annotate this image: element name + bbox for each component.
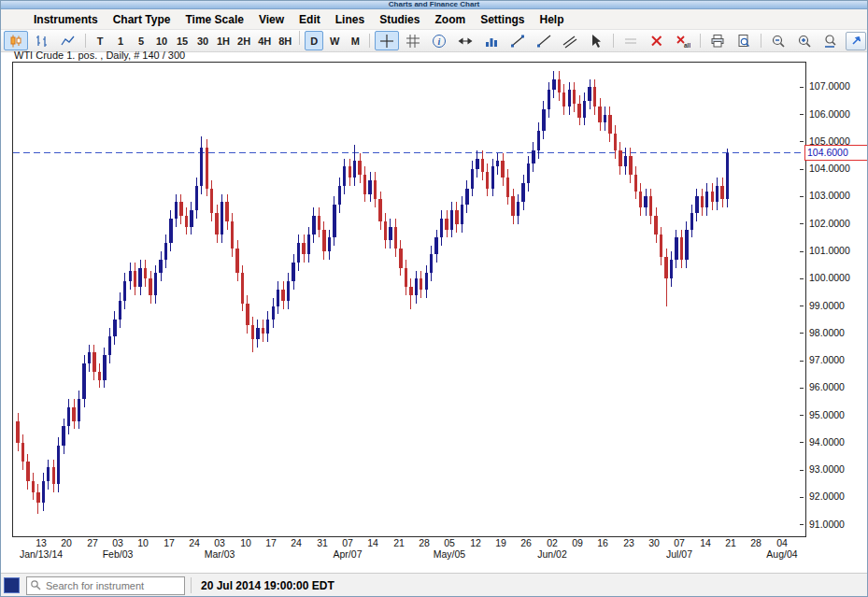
date-tick-label: 07 (669, 537, 690, 548)
info-button[interactable]: i (427, 31, 451, 50)
parallel-lines-button[interactable] (619, 31, 643, 50)
price-tick-label: 96.0000 (809, 381, 845, 392)
menu-lines[interactable]: Lines (328, 11, 372, 28)
zoom-fit-button[interactable] (818, 31, 843, 50)
price-tick-label: 94.0000 (809, 436, 845, 448)
price-tick-label: 97.0000 (809, 354, 845, 365)
date-tick-label: 30 (644, 537, 664, 548)
trend-line-button[interactable] (505, 31, 530, 50)
date-tick-label: 02 (542, 537, 562, 548)
date-tick-label: 12 (465, 537, 486, 548)
toolbar-separator (761, 34, 761, 48)
date-tick-label: 14 (695, 537, 716, 548)
pointer-button[interactable] (584, 31, 608, 50)
date-tick-label: 17 (261, 537, 281, 548)
date-tick-label: 23 (619, 537, 639, 548)
ray-line-button[interactable] (532, 31, 556, 50)
search-icon (30, 577, 41, 594)
line-chart-button[interactable] (56, 31, 80, 50)
menu-view[interactable]: View (251, 11, 292, 28)
date-tick-label: 24 (184, 537, 205, 548)
date-tick-label: 20 (56, 537, 77, 548)
toolbar-separator (369, 34, 370, 48)
timeframe-w-button[interactable]: W (325, 31, 344, 50)
status-bar: 20 Jul 2014 19:00:00 EDT (0, 573, 868, 597)
instrument-color-box[interactable] (4, 577, 20, 593)
date-tick-label: 28 (414, 537, 434, 548)
date-tick-label: 07 (337, 537, 358, 548)
timeframe-2h-button[interactable]: 2H (235, 31, 253, 50)
expand-horizontal-button[interactable] (453, 31, 477, 50)
timeframe-30-button[interactable]: 30 (193, 31, 212, 50)
menu-zoom[interactable]: Zoom (427, 11, 473, 28)
zoom-in-button[interactable] (792, 31, 817, 50)
menu-help[interactable]: Help (532, 11, 571, 28)
volume-button[interactable] (479, 31, 504, 50)
timeframe-t-button[interactable]: T (91, 31, 109, 50)
timeframe-1h-button[interactable]: 1H (214, 31, 233, 50)
timeframe-m-button[interactable]: M (346, 31, 364, 50)
output-tools-group (704, 31, 757, 50)
date-tick-label: 27 (82, 537, 103, 548)
candlestick-plot (13, 63, 804, 534)
search-box[interactable] (26, 576, 185, 595)
channel-button[interactable] (558, 31, 582, 50)
zoom-out-button[interactable] (766, 31, 790, 50)
price-tick-label: 101.0000 (809, 245, 850, 256)
ohlc-chart-button[interactable] (30, 31, 54, 50)
chart-title: WTI Crude 1. pos. , Daily, # 140 / 300 (14, 50, 185, 61)
date-tick-label: 17 (159, 537, 179, 548)
tools-group: i (374, 31, 609, 50)
print-button[interactable] (705, 31, 730, 50)
menu-instruments[interactable]: Instruments (26, 11, 106, 28)
window-titlebar[interactable]: Charts and Finance Chart (0, 0, 868, 9)
date-tick-label: 13 (31, 537, 51, 548)
month-tick-label: Feb/03 (88, 548, 148, 560)
date-tick-label: 16 (592, 537, 613, 548)
panel-toggle-button[interactable] (846, 32, 866, 50)
date-tick-label: 03 (209, 537, 230, 548)
menu-time-scale[interactable]: Time Scale (178, 11, 250, 28)
menu-chart-type[interactable]: Chart Type (106, 11, 178, 28)
month-tick-label: Apr/07 (318, 548, 377, 560)
timeframe-1-button[interactable]: 1 (111, 31, 130, 50)
menu-bar: InstrumentsChart TypeTime ScaleViewEditL… (0, 9, 868, 29)
price-tick-label: 107.0000 (809, 80, 850, 92)
svg-text:i: i (438, 36, 441, 47)
menu-edit[interactable]: Edit (292, 11, 328, 28)
date-tick-label: 09 (567, 537, 588, 548)
month-tick-label: Aug/04 (752, 548, 812, 560)
date-tick-label: 03 (107, 537, 128, 548)
date-tick-label: 04 (772, 537, 792, 548)
search-input[interactable] (44, 579, 181, 592)
delete-drawing-button[interactable] (645, 31, 669, 50)
svg-text:all: all (684, 41, 690, 48)
menu-settings[interactable]: Settings (473, 11, 532, 28)
timeframe-d-button[interactable]: D (305, 31, 323, 50)
toolbar-separator (613, 34, 614, 48)
timeframe-4h-button[interactable]: 4H (255, 31, 274, 50)
price-tick-label: 91.0000 (809, 519, 845, 530)
price-tick-label: 100.0000 (809, 272, 850, 283)
last-price-marker: 104.6000 (804, 145, 868, 161)
toolbar-separator (700, 34, 701, 48)
print-preview-button[interactable] (732, 31, 756, 50)
chart-plot-area[interactable] (12, 62, 806, 537)
menu-studies[interactable]: Studies (372, 11, 427, 28)
price-axis[interactable]: 104.6000 107.0000106.0000105.0000104.000… (809, 62, 867, 535)
timeframe-5-button[interactable]: 5 (132, 31, 150, 50)
timeframe-10-button[interactable]: 10 (152, 31, 171, 50)
delete-all-drawings-button[interactable]: all (671, 31, 695, 50)
crosshair-button[interactable] (375, 31, 399, 50)
candlestick-chart-button[interactable] (4, 31, 28, 50)
timeframe-15-button[interactable]: 15 (173, 31, 192, 50)
date-tick-label: 24 (286, 537, 306, 548)
month-tick-label: May/05 (420, 548, 479, 560)
time-axis[interactable]: 1320270310172403101724310714212805121926… (12, 537, 825, 561)
date-tick-label: 19 (491, 537, 511, 548)
edit-tools-group: all (618, 31, 696, 50)
price-tick-label: 103.0000 (809, 190, 850, 201)
month-tick-label: Mar/03 (190, 548, 249, 560)
timeframe-8h-button[interactable]: 8H (276, 31, 294, 50)
grid-button[interactable] (401, 31, 425, 50)
